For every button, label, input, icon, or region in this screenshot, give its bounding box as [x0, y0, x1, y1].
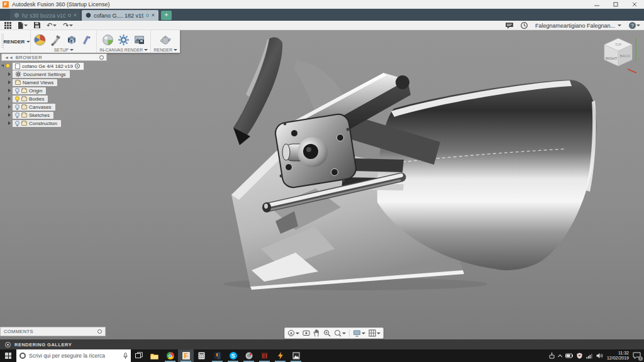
environment-button[interactable]	[65, 33, 78, 47]
restore-button[interactable]	[606, 0, 625, 9]
photos-app-icon[interactable]	[288, 349, 304, 362]
in-canvas-render-group-label[interactable]: IN-CANVAS RENDER	[99, 48, 148, 52]
redo-button[interactable]: ↷	[63, 22, 73, 29]
orbit-button[interactable]	[287, 329, 299, 337]
hidden-icons-chevron[interactable]	[558, 354, 562, 358]
expand-arrow-icon[interactable]	[8, 105, 11, 109]
chevron-down-icon	[174, 49, 177, 51]
chevron-down-icon	[377, 332, 380, 334]
game-app-icon[interactable]	[241, 349, 257, 362]
minimize-button[interactable]	[587, 0, 606, 9]
start-button[interactable]	[0, 349, 16, 362]
file-explorer-icon[interactable]	[147, 349, 162, 362]
browser-item-bodies[interactable]: Bodies	[1, 95, 107, 102]
expand-arrow-icon[interactable]	[8, 89, 11, 92]
action-center-button[interactable]: 2	[633, 352, 641, 359]
folder-icon	[21, 113, 27, 118]
antivirus-shield-icon[interactable]	[577, 353, 582, 359]
browser-root-row[interactable]: cofano Ge 4/4 182 v19	[1, 62, 107, 70]
expand-arrow-icon[interactable]	[8, 97, 11, 101]
workspace-selector[interactable]: RENDER	[4, 30, 31, 53]
panel-options-icon[interactable]	[99, 55, 104, 60]
job-status-clock-icon[interactable]	[521, 22, 528, 29]
viewcube-right-label[interactable]: RIGHT	[606, 57, 618, 60]
rendering-gallery-bar[interactable]: RENDERING GALLERY	[0, 339, 644, 349]
visibility-bulb-icon[interactable]	[15, 121, 19, 126]
tab-hz-s30-bozza[interactable]: hz s30 bozza v104 ×	[10, 10, 80, 21]
lightning-app-icon[interactable]	[272, 349, 288, 362]
fusion-360-taskbar-icon[interactable]: F	[178, 349, 194, 362]
browser-item-origin[interactable]: Origin	[1, 87, 107, 94]
root-component-label[interactable]: cofano Ge 4/4 182 v19	[12, 62, 84, 70]
visibility-bulb-icon[interactable]	[15, 96, 19, 102]
visibility-bulb-icon[interactable]	[6, 63, 10, 69]
browser-item-construction[interactable]: Construction	[1, 119, 107, 127]
task-view-icon[interactable]	[131, 349, 147, 362]
user-name-label: Falegnameartigiano Falegnan...	[535, 23, 615, 29]
database-app-icon[interactable]	[257, 349, 272, 362]
activate-component-icon[interactable]	[75, 63, 80, 69]
view-cube[interactable]: TOP RIGHT BACK	[599, 33, 640, 77]
viewcube-back-label[interactable]: BACK	[620, 54, 630, 58]
file-menu-button[interactable]	[18, 22, 28, 29]
close-tab-icon[interactable]: ×	[74, 13, 77, 18]
panel-options-icon[interactable]	[97, 329, 102, 334]
taskbar-clock[interactable]: 11:32 12/02/2019	[607, 351, 629, 361]
scene-settings-button[interactable]	[49, 33, 62, 47]
pen-tablet-tray-icon[interactable]	[549, 353, 555, 359]
close-button[interactable]	[625, 0, 644, 9]
display-settings-button[interactable]	[353, 329, 365, 337]
skype-icon[interactable]: S	[225, 349, 241, 362]
toolbar-separator	[349, 329, 350, 337]
pan-button[interactable]	[313, 329, 320, 337]
comments-bubble-icon[interactable]	[506, 23, 513, 29]
capture-image-button[interactable]	[133, 33, 146, 47]
collapse-panel-icon[interactable]: ◄◄	[4, 55, 13, 60]
browser-header[interactable]: ◄◄ BROWSER	[1, 53, 107, 61]
expand-arrow-icon[interactable]	[8, 72, 11, 76]
search-input[interactable]	[29, 353, 120, 359]
comments-panel[interactable]: COMMENTS	[0, 327, 106, 336]
render-settings-gear-button[interactable]	[117, 33, 130, 47]
app-grid-icon[interactable]	[4, 22, 11, 29]
grid-layout-button[interactable]	[369, 329, 380, 337]
tab-cofano-active[interactable]: cofano G.... 182 v19 ×	[82, 10, 158, 21]
expand-arrow-icon[interactable]	[8, 80, 11, 84]
visibility-bulb-icon[interactable]	[15, 88, 19, 94]
chrome-icon[interactable]	[162, 349, 178, 362]
decal-button[interactable]	[80, 33, 94, 47]
battery-icon[interactable]	[565, 353, 573, 358]
zoom-button[interactable]	[323, 329, 331, 337]
expand-arrow-icon[interactable]	[1, 65, 4, 69]
visibility-bulb-icon[interactable]	[15, 112, 19, 118]
microphone-icon[interactable]	[123, 353, 128, 359]
expand-arrow-icon[interactable]	[8, 113, 11, 117]
network-icon[interactable]	[586, 353, 592, 359]
notes-app-icon[interactable]	[209, 349, 225, 362]
save-button[interactable]	[34, 22, 40, 28]
undo-button[interactable]: ↶	[47, 22, 57, 29]
zoom-window-button[interactable]	[334, 329, 346, 337]
calculator-icon[interactable]	[194, 349, 209, 362]
taskbar-search[interactable]	[16, 349, 131, 362]
browser-item-named-views[interactable]: Named Views	[1, 79, 107, 86]
look-at-button[interactable]	[303, 329, 310, 337]
browser-item-document-settings[interactable]: Document Settings	[1, 70, 107, 78]
browser-item-canvases[interactable]: Canvases	[1, 103, 107, 111]
render-teapot-button[interactable]	[159, 33, 172, 47]
cloud-status-icon	[68, 14, 71, 17]
setup-group-label[interactable]: SETUP	[54, 48, 74, 52]
help-button[interactable]: ?	[629, 22, 640, 29]
user-account-button[interactable]: Falegnameartigiano Falegnan...	[535, 23, 621, 29]
in-canvas-render-button[interactable]	[101, 33, 114, 47]
viewcube-top-label[interactable]: TOP	[615, 43, 622, 47]
visibility-bulb-icon[interactable]	[15, 104, 19, 110]
3d-viewport[interactable]: RENDER	[0, 30, 644, 339]
browser-item-sketches[interactable]: Sketches	[1, 111, 107, 119]
volume-icon[interactable]	[596, 353, 603, 359]
new-tab-button[interactable]: +	[161, 11, 172, 20]
close-tab-icon[interactable]: ×	[152, 13, 155, 18]
render-group-label[interactable]: RENDER	[153, 48, 177, 52]
appearance-button[interactable]	[33, 33, 47, 47]
expand-arrow-icon[interactable]	[8, 121, 11, 125]
